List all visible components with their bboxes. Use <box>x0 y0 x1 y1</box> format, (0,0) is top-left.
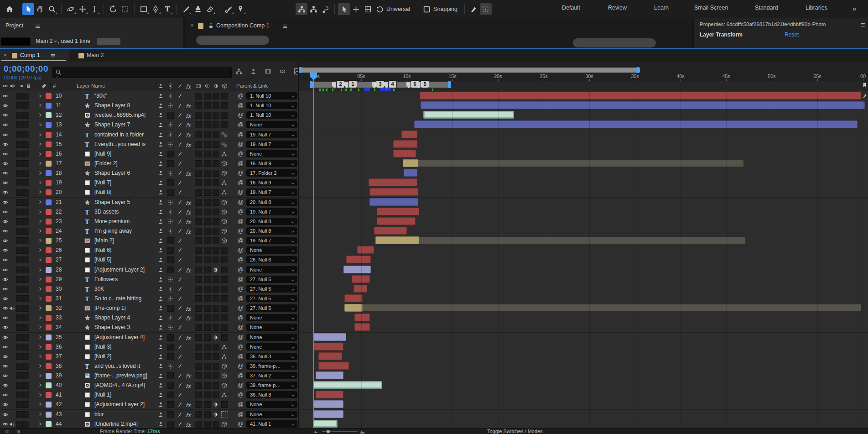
solo-cell[interactable] <box>16 179 23 186</box>
layer-track-17[interactable] <box>299 159 868 169</box>
adjustment-cell[interactable] <box>213 372 219 379</box>
layer-row-31[interactable]: 31TSo to c...rate hitting@27. Null 5 <box>0 294 299 304</box>
parent-pick-whip-icon[interactable]: @ <box>238 420 244 427</box>
fx-switch[interactable]: fx <box>186 169 191 178</box>
toolbar-overflow-button[interactable]: » <box>852 5 856 12</box>
expand-chevron-icon[interactable] <box>37 122 43 127</box>
keyframe-tick[interactable] <box>345 89 347 91</box>
collapse-switch[interactable] <box>167 411 174 418</box>
expand-chevron-icon[interactable] <box>37 238 43 243</box>
layer-row-37[interactable]: 37[Null 2]@36. Null 3 <box>0 352 299 362</box>
expand-chevron-icon[interactable] <box>37 180 43 185</box>
eye-toggle[interactable] <box>2 324 8 330</box>
layer-duration-bar[interactable] <box>369 178 417 186</box>
rectangle-tool[interactable] <box>138 3 150 15</box>
parent-pick-whip-icon[interactable]: @ <box>238 160 244 167</box>
layer-duration-bar[interactable] <box>369 188 418 196</box>
label-swatch[interactable] <box>46 112 52 118</box>
label-swatch[interactable] <box>46 373 52 379</box>
quality-switch[interactable] <box>177 112 183 118</box>
fx-switch[interactable]: fx <box>186 102 191 110</box>
rotate-tool[interactable] <box>107 3 119 15</box>
layer-name[interactable]: More premium <box>94 218 155 225</box>
eye-toggle[interactable] <box>2 209 8 215</box>
label-swatch[interactable] <box>46 189 52 195</box>
shy-switch[interactable] <box>158 228 164 234</box>
parent-pick-whip-icon[interactable]: @ <box>238 199 244 205</box>
expand-chevron-icon[interactable] <box>37 209 43 214</box>
null-parent-icon[interactable] <box>221 151 227 157</box>
layer-row-27[interactable]: 27[Null 5]@26. Null 6 <box>0 255 299 265</box>
quality-switch[interactable] <box>177 382 183 388</box>
shy-switch[interactable] <box>158 247 164 253</box>
motion-blur-cell[interactable] <box>204 160 211 167</box>
lock-cell[interactable] <box>22 314 29 321</box>
layer-name[interactable]: contained in a folder <box>94 131 155 138</box>
expand-chevron-icon[interactable] <box>37 354 43 359</box>
layer-duration-bar[interactable] <box>352 275 370 283</box>
parent-dropdown[interactable]: 27. Null 5 <box>246 295 297 302</box>
shy-switch[interactable] <box>158 151 164 157</box>
adjustment-cell[interactable] <box>213 209 219 215</box>
eye-toggle[interactable] <box>2 103 8 109</box>
3d-layer-switch[interactable] <box>221 161 227 167</box>
parent-dropdown[interactable]: 1. Null 10 <box>246 111 297 119</box>
shy-switch[interactable] <box>158 161 164 167</box>
layer-row-16[interactable]: 16[Null 9]@None <box>0 149 299 159</box>
adjustment-cell[interactable] <box>213 392 219 398</box>
frame-blend-cell[interactable] <box>195 112 202 119</box>
label-swatch[interactable] <box>46 151 52 157</box>
parent-pick-whip-icon[interactable]: @ <box>238 246 244 253</box>
layer-name[interactable]: Shape Layer 3 <box>94 324 155 330</box>
layer-track-42[interactable] <box>299 400 868 410</box>
frame-blend-cell[interactable] <box>195 237 202 244</box>
layer-track-13[interactable] <box>299 120 868 130</box>
layer-row-38[interactable]: 38Tand you...s loved it@39. frame-p… <box>0 361 299 371</box>
lock-cell[interactable] <box>22 305 29 312</box>
parent-dropdown[interactable]: None <box>246 121 297 128</box>
adjustment-cell[interactable] <box>213 363 219 370</box>
layer-track-12[interactable] <box>299 110 868 120</box>
layer-duration-bar[interactable] <box>344 304 363 312</box>
motion-blur-cell[interactable] <box>204 324 211 331</box>
label-column-icon[interactable] <box>41 83 47 91</box>
work-area-start-handle[interactable] <box>310 81 313 88</box>
quality-switch[interactable] <box>177 296 183 302</box>
3d-cell[interactable] <box>221 295 228 302</box>
motion-blur-cell[interactable] <box>204 237 211 244</box>
label-swatch[interactable] <box>46 122 52 128</box>
adjustment-cell[interactable] <box>213 121 219 128</box>
frame-blend-cell[interactable] <box>195 102 202 109</box>
layer-duration-bar[interactable] <box>314 333 346 341</box>
solo-cell[interactable] <box>16 131 23 138</box>
lasso-node-tool[interactable] <box>319 3 331 15</box>
3d-cell[interactable] <box>221 334 228 341</box>
lock-cell[interactable] <box>22 237 29 244</box>
layer-row-34[interactable]: 34Shape Layer 3@None <box>0 323 299 333</box>
parent-pick-whip-icon[interactable]: @ <box>238 276 244 282</box>
brush-tool[interactable] <box>180 3 192 15</box>
label-swatch[interactable] <box>46 305 52 311</box>
lock-cell[interactable] <box>22 179 29 186</box>
motion-blur-cell[interactable] <box>204 363 211 370</box>
eye-toggle[interactable] <box>2 412 8 418</box>
layer-name[interactable]: Everyth...you need is <box>94 141 155 147</box>
layer-duration-bar[interactable] <box>318 352 342 360</box>
parent-dropdown[interactable]: 19. Null 7 <box>246 208 297 215</box>
properties-reset-link[interactable]: Reset <box>785 31 799 38</box>
layer-track-18[interactable] <box>299 168 868 178</box>
layer-row-17[interactable]: 17[Folder 2]@16. Null 9 <box>0 159 299 169</box>
collapse-switch-icon[interactable] <box>167 83 173 91</box>
frame-blend-cell[interactable] <box>195 324 202 331</box>
layer-row-43[interactable]: 43blurfx@None <box>0 410 299 420</box>
quality-switch[interactable] <box>177 238 183 244</box>
eye-toggle[interactable] <box>2 151 8 157</box>
motion-blur-cell[interactable] <box>204 411 211 418</box>
zoom-out-icon[interactable] <box>314 429 318 434</box>
navigator-right-cap[interactable] <box>636 67 640 73</box>
adjustment-cell[interactable] <box>213 276 219 283</box>
eye-toggle[interactable] <box>2 170 8 176</box>
layer-track-27[interactable] <box>299 255 868 265</box>
column-hash[interactable]: # <box>53 83 56 89</box>
solo-cell[interactable] <box>16 112 23 119</box>
